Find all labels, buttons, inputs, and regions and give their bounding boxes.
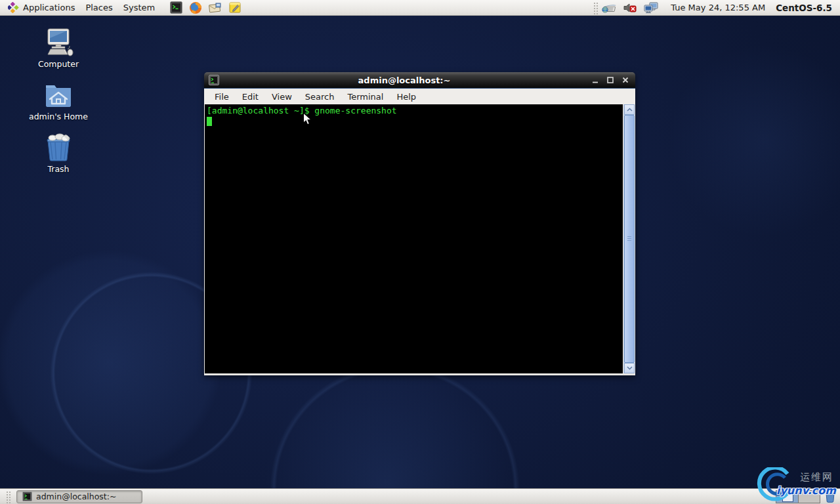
maximize-button[interactable] [604, 75, 616, 86]
scrollbar-thumb[interactable] [624, 115, 635, 363]
terminal-menu-edit[interactable]: Edit [236, 90, 265, 104]
terminal-launcher-icon[interactable] [169, 1, 182, 14]
workspace-2[interactable] [798, 491, 820, 503]
menu-places-label: Places [85, 3, 112, 12]
terminal-cursor [207, 117, 212, 126]
workspace-switcher [776, 490, 820, 503]
desktop-icon-list: Computer admin's Home [24, 28, 93, 174]
menu-system-label: System [123, 3, 155, 12]
panel-drag-handle[interactable] [593, 1, 598, 14]
system-tray [601, 1, 659, 14]
terminal-window-title: admin@localhost:~ [223, 75, 585, 85]
centos-logo-icon [8, 2, 19, 13]
terminal-menubar: File Edit View Search Terminal Help [204, 89, 635, 104]
email-launcher-icon[interactable] [209, 1, 222, 14]
volume-muted-icon[interactable] [622, 1, 638, 14]
scroll-down-button[interactable] [624, 363, 635, 373]
workspace-1[interactable] [776, 491, 798, 503]
terminal-menu-help[interactable]: Help [390, 90, 423, 104]
taskbar-window-label: admin@localhost:~ [36, 492, 116, 501]
terminal-menu-view[interactable]: View [265, 90, 299, 104]
terminal-menu-file[interactable]: File [208, 90, 236, 104]
terminal-window: admin@localhost:~ File Edit View Search … [204, 72, 635, 375]
distro-label: CentOS-6.5 [773, 3, 837, 13]
taskbar-drag-handle[interactable] [5, 490, 11, 503]
home-folder-icon [43, 80, 74, 110]
desktop-icon-home[interactable]: admin's Home [24, 80, 93, 121]
menu-applications-label: Applications [23, 3, 75, 12]
terminal-cursor-line [207, 116, 622, 127]
scroll-up-button[interactable] [624, 104, 635, 115]
watermark-site-name: 运维网 [800, 471, 833, 484]
minimize-button[interactable] [589, 75, 600, 86]
terminal-menu-terminal[interactable]: Terminal [341, 90, 390, 104]
taskbar-terminal-icon [22, 492, 32, 501]
network-icon[interactable] [643, 1, 659, 14]
mouse-cursor [303, 112, 312, 128]
terminal-scrollbar [623, 104, 635, 373]
desktop-icon-computer[interactable]: Computer [24, 28, 93, 69]
desktop-icon-trash[interactable]: Trash [24, 133, 93, 174]
firefox-launcher-icon[interactable] [189, 1, 202, 14]
bottom-taskbar: admin@localhost:~ [0, 488, 840, 504]
panel-launchers [169, 1, 242, 14]
terminal-titlebar[interactable]: admin@localhost:~ [204, 72, 635, 89]
desktop-root: { "colors": { "terminal_green": "#3be13b… [0, 0, 840, 504]
gedit-launcher-icon[interactable] [228, 1, 242, 14]
computer-icon [43, 28, 74, 58]
top-panel: Applications Places System [0, 0, 840, 16]
taskbar-trash-icon[interactable] [823, 490, 837, 504]
menu-places[interactable]: Places [80, 0, 117, 15]
desktop-icon-label: Computer [38, 59, 79, 69]
panel-clock[interactable]: Tue May 24, 12:55 AM [659, 3, 773, 12]
terminal-screen[interactable]: [admin@localhost ~]$ gnome-screenshot [205, 104, 623, 373]
trash-icon [43, 133, 74, 163]
desktop-icon-label: Trash [47, 164, 69, 174]
close-button[interactable] [620, 75, 631, 86]
desktop-icon-label: admin's Home [29, 112, 88, 121]
terminal-body: [admin@localhost ~]$ gnome-screenshot [204, 104, 635, 375]
terminal-window-icon [209, 75, 219, 85]
menu-applications[interactable]: Applications [3, 0, 80, 15]
menu-system[interactable]: System [118, 0, 160, 15]
taskbar-window-button[interactable]: admin@localhost:~ [16, 490, 142, 503]
keyboard-layout-icon[interactable] [601, 1, 617, 14]
terminal-prompt-line: [admin@localhost ~]$ gnome-screenshot [207, 106, 622, 116]
terminal-menu-search[interactable]: Search [299, 90, 341, 104]
